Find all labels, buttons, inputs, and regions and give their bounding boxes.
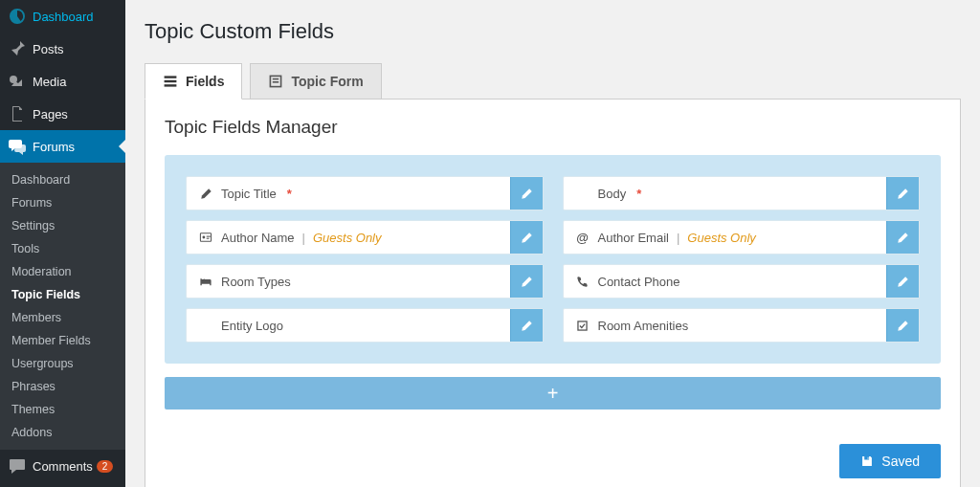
pin-icon — [8, 39, 27, 58]
required-mark: * — [287, 187, 292, 201]
admin-sidebar: Dashboard Posts Media Pages Forums Dashb… — [0, 0, 125, 487]
save-row: Saved — [165, 444, 941, 478]
page-title: Topic Custom Fields — [145, 19, 961, 44]
menu-label: Forums — [33, 140, 75, 154]
submenu-members[interactable]: Members — [0, 306, 125, 329]
forums-icon — [8, 137, 27, 156]
field-author-name[interactable]: Author Name | Guests Only — [186, 220, 544, 255]
sidebar-item-posts[interactable]: Posts — [0, 33, 125, 65]
sidebar-item-media[interactable]: Media — [0, 65, 125, 98]
field-label: Entity Logo — [221, 319, 283, 333]
edit-button[interactable] — [886, 265, 919, 298]
svg-point-9 — [203, 236, 206, 239]
menu-label: Comments — [33, 459, 93, 474]
submenu-addons[interactable]: Addons — [0, 421, 125, 444]
svg-rect-6 — [273, 78, 278, 80]
tab-label: Topic Form — [291, 74, 363, 89]
edit-button[interactable] — [510, 221, 543, 254]
sidebar-item-appearance[interactable]: Appearance — [0, 482, 125, 487]
tab-topic-form[interactable]: Topic Form — [250, 63, 381, 100]
edit-button[interactable] — [510, 309, 543, 342]
svg-point-12 — [202, 279, 204, 281]
field-label: Body — [598, 187, 627, 201]
manager-title: Topic Fields Manager — [165, 117, 941, 138]
required-mark: * — [636, 187, 641, 201]
svg-rect-4 — [165, 84, 177, 86]
field-body[interactable]: Body * — [563, 176, 921, 210]
svg-rect-7 — [273, 81, 278, 83]
svg-rect-3 — [165, 80, 177, 82]
tab-row: Fields Topic Form — [145, 63, 961, 100]
save-icon — [860, 454, 874, 468]
tab-fields[interactable]: Fields — [145, 63, 242, 100]
fields-grid: Topic Title * Body * — [186, 176, 920, 343]
edit-button[interactable] — [510, 265, 543, 298]
field-topic-title[interactable]: Topic Title * — [186, 176, 544, 210]
sidebar-item-dashboard[interactable]: Dashboard — [0, 0, 125, 33]
form-icon — [268, 74, 283, 89]
comments-badge: 2 — [97, 460, 114, 473]
plus-icon: + — [547, 383, 559, 405]
submenu-phrases[interactable]: Phrases — [0, 375, 125, 398]
field-room-amenities[interactable]: Room Amenities — [563, 308, 921, 343]
dashboard-icon — [8, 7, 27, 26]
svg-rect-8 — [200, 233, 211, 241]
phone-icon — [575, 276, 590, 288]
menu-label: Pages — [33, 107, 68, 122]
field-label: Author Email — [598, 231, 669, 245]
checkbox-icon — [575, 320, 590, 332]
list-icon — [163, 74, 178, 89]
edit-button[interactable] — [886, 221, 919, 254]
field-label: Room Amenities — [598, 319, 689, 333]
field-room-types[interactable]: Room Types — [186, 264, 544, 299]
menu-label: Posts — [33, 42, 64, 56]
field-label: Author Name — [221, 231, 295, 245]
edit-button[interactable] — [886, 177, 919, 210]
field-label: Contact Phone — [598, 275, 680, 289]
svg-rect-2 — [165, 76, 177, 77]
saved-button[interactable]: Saved — [839, 444, 941, 478]
field-label: Topic Title — [221, 187, 277, 201]
forums-submenu: Dashboard Forums Settings Tools Moderati… — [0, 163, 125, 450]
fields-box: Topic Title * Body * — [165, 155, 941, 364]
guest-note: Guests Only — [687, 231, 756, 245]
panel: Topic Fields Manager Topic Title * Body — [145, 99, 961, 487]
submenu-member-fields[interactable]: Member Fields — [0, 329, 125, 352]
at-icon: @ — [575, 231, 590, 245]
field-contact-phone[interactable]: Contact Phone — [563, 264, 921, 299]
svg-rect-10 — [207, 236, 211, 237]
pencil-icon — [198, 188, 213, 200]
edit-button[interactable] — [886, 309, 919, 342]
main-content: Topic Custom Fields Fields Topic Form To… — [125, 0, 980, 487]
card-icon — [198, 231, 213, 244]
submenu-tools[interactable]: Tools — [0, 237, 125, 260]
submenu-usergroups[interactable]: Usergroups — [0, 352, 125, 375]
svg-rect-13 — [578, 321, 587, 329]
add-field-button[interactable]: + — [165, 377, 941, 410]
svg-rect-11 — [207, 238, 210, 239]
submenu-topic-fields[interactable]: Topic Fields — [0, 283, 125, 306]
field-entity-logo[interactable]: Entity Logo — [186, 308, 544, 343]
separator: | — [677, 231, 679, 245]
separator: | — [302, 231, 305, 245]
menu-label: Dashboard — [33, 10, 94, 24]
saved-label: Saved — [881, 454, 920, 469]
edit-button[interactable] — [510, 177, 543, 210]
submenu-themes[interactable]: Themes — [0, 398, 125, 421]
field-label: Room Types — [221, 275, 291, 289]
submenu-dashboard[interactable]: Dashboard — [0, 168, 125, 191]
guest-note: Guests Only — [313, 231, 382, 245]
field-author-email[interactable]: @ Author Email | Guests Only — [563, 220, 921, 255]
sidebar-item-forums[interactable]: Forums — [0, 130, 125, 163]
sidebar-item-comments[interactable]: Comments 2 — [0, 450, 125, 482]
menu-label: Media — [33, 75, 66, 89]
submenu-settings[interactable]: Settings — [0, 214, 125, 237]
sidebar-item-pages[interactable]: Pages — [0, 98, 125, 130]
submenu-forums[interactable]: Forums — [0, 191, 125, 214]
bed-icon — [198, 275, 213, 288]
comment-icon — [8, 456, 27, 476]
pages-icon — [8, 104, 27, 123]
tab-label: Fields — [186, 74, 224, 89]
submenu-moderation[interactable]: Moderation — [0, 260, 125, 283]
media-icon — [8, 72, 27, 91]
